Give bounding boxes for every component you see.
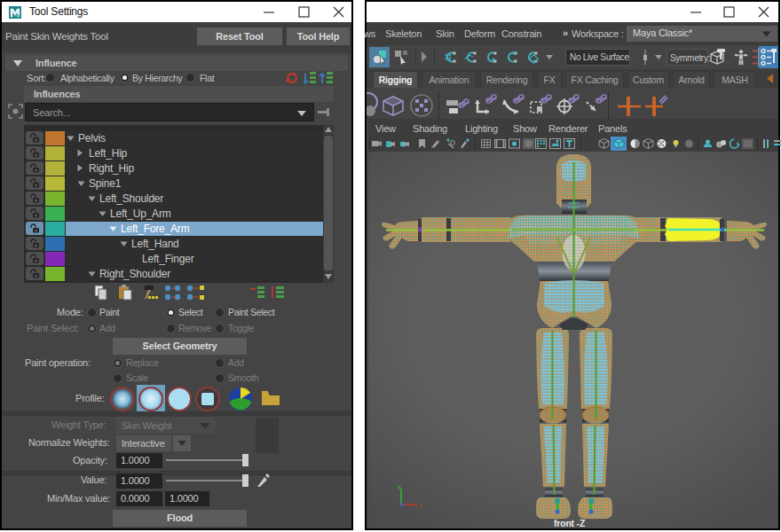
svg-text:x: x [419, 502, 422, 510]
svg-text:y: y [398, 483, 401, 490]
